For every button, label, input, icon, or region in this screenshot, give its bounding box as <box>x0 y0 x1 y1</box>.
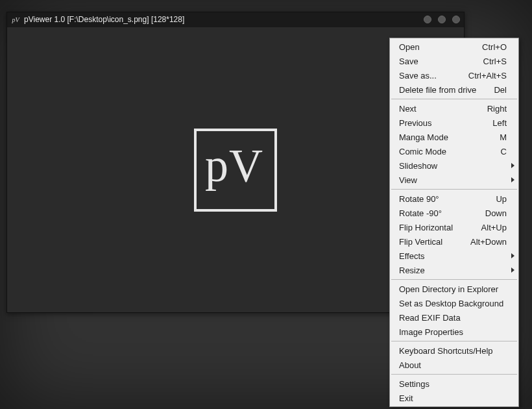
menu-separator <box>391 374 517 375</box>
chevron-right-icon <box>511 163 514 168</box>
menu-item-comic-mode[interactable]: Comic ModeC <box>390 144 518 158</box>
menu-item-rotate-90[interactable]: Rotate 90°Up <box>390 192 518 206</box>
menu-item-label: View <box>399 175 507 185</box>
menu-item-label: Flip Vertical <box>399 237 463 247</box>
menu-item-effects[interactable]: Effects <box>390 249 518 263</box>
menu-item-label: Save <box>399 56 476 66</box>
menu-separator <box>391 189 517 190</box>
close-button[interactable] <box>452 16 460 23</box>
menu-item-label: Rotate 90° <box>399 194 488 204</box>
menu-item-label: Previous <box>399 118 485 128</box>
menu-item-read-exif[interactable]: Read EXIF Data <box>390 310 518 325</box>
svg-text:V: V <box>229 141 263 192</box>
menu-item-label: About <box>399 360 507 370</box>
menu-item-manga-mode[interactable]: Manga ModeM <box>390 130 518 144</box>
menu-item-resize[interactable]: Resize <box>390 263 518 277</box>
menu-item-label: Comic Mode <box>399 147 493 156</box>
menu-item-accel: Alt+Down <box>470 237 507 247</box>
menu-item-label: Rotate -90° <box>399 208 478 218</box>
app-icon: pV <box>11 15 20 24</box>
menu-item-accel: Up <box>496 194 507 204</box>
menu-item-accel: Down <box>485 208 507 218</box>
menu-item-label: Open <box>399 42 474 52</box>
window-title: pViewer 1.0 [F:\Desktop\icon_s.png] [128… <box>24 15 424 24</box>
menu-item-accel: M <box>500 132 507 142</box>
menu-item-label: Keyboard Shortcuts/Help <box>399 346 507 356</box>
menu-item-slideshow[interactable]: Slideshow <box>390 158 518 173</box>
menu-item-accel: Left <box>492 118 507 128</box>
menu-item-view[interactable]: View <box>390 173 518 187</box>
menu-item-label: Settings <box>399 379 507 389</box>
menu-item-keyboard-help[interactable]: Keyboard Shortcuts/Help <box>390 343 518 358</box>
menu-item-label: Next <box>399 104 479 114</box>
menu-item-about[interactable]: About <box>390 358 518 372</box>
menu-separator <box>391 341 517 341</box>
chevron-right-icon <box>511 267 514 273</box>
maximize-button[interactable] <box>438 16 446 23</box>
menu-item-flip-vertical[interactable]: Flip VerticalAlt+Down <box>390 234 518 249</box>
menu-item-exit[interactable]: Exit <box>390 391 518 405</box>
svg-text:p: p <box>205 141 228 192</box>
minimize-button[interactable] <box>424 16 431 23</box>
titlebar[interactable]: pV pViewer 1.0 [F:\Desktop\icon_s.png] [… <box>7 12 464 27</box>
menu-item-label: Delete file from drive <box>399 85 486 95</box>
window-controls <box>424 16 460 23</box>
menu-item-delete-file[interactable]: Delete file from driveDel <box>390 82 518 97</box>
menu-separator <box>391 279 517 280</box>
menu-item-label: Manga Mode <box>399 132 492 142</box>
menu-item-accel: Del <box>494 85 507 95</box>
menu-item-flip-horizontal[interactable]: Flip HorizontalAlt+Up <box>390 220 518 234</box>
menu-item-set-desktop-bg[interactable]: Set as Desktop Background <box>390 296 518 310</box>
menu-item-open-directory[interactable]: Open Directory in Explorer <box>390 282 518 296</box>
menu-item-open[interactable]: OpenCtrl+O <box>390 40 518 54</box>
menu-item-accel: Ctrl+Alt+S <box>468 71 507 81</box>
menu-item-label: Save as... <box>399 71 461 81</box>
menu-item-image-properties[interactable]: Image Properties <box>390 325 518 339</box>
menu-item-label: Resize <box>399 266 507 275</box>
menu-item-accel: Ctrl+S <box>483 56 507 66</box>
menu-item-label: Flip Horizontal <box>399 223 474 232</box>
menu-item-label: Slideshow <box>399 161 507 171</box>
menu-item-accel: C <box>501 147 507 156</box>
menu-item-label: Read EXIF Data <box>399 313 507 323</box>
menu-item-previous[interactable]: PreviousLeft <box>390 116 518 130</box>
menu-item-rotate-neg-90[interactable]: Rotate -90°Down <box>390 206 518 220</box>
menu-item-accel: Right <box>487 104 507 114</box>
displayed-image: p V <box>194 129 277 212</box>
context-menu: OpenCtrl+OSaveCtrl+SSave as...Ctrl+Alt+S… <box>389 38 519 407</box>
menu-item-label: Image Properties <box>399 327 507 337</box>
menu-item-label: Exit <box>399 393 507 403</box>
menu-item-accel: Alt+Up <box>481 223 507 232</box>
menu-separator <box>391 99 517 99</box>
pv-logo-icon: p V <box>203 141 268 199</box>
menu-item-save[interactable]: SaveCtrl+S <box>390 54 518 68</box>
chevron-right-icon <box>511 177 514 182</box>
menu-item-settings[interactable]: Settings <box>390 377 518 391</box>
menu-item-next[interactable]: NextRight <box>390 101 518 116</box>
chevron-right-icon <box>511 253 514 258</box>
menu-item-label: Open Directory in Explorer <box>399 284 507 294</box>
menu-item-label: Effects <box>399 251 507 261</box>
menu-item-save-as[interactable]: Save as...Ctrl+Alt+S <box>390 68 518 82</box>
menu-item-accel: Ctrl+O <box>482 42 507 52</box>
menu-item-label: Set as Desktop Background <box>399 299 507 308</box>
